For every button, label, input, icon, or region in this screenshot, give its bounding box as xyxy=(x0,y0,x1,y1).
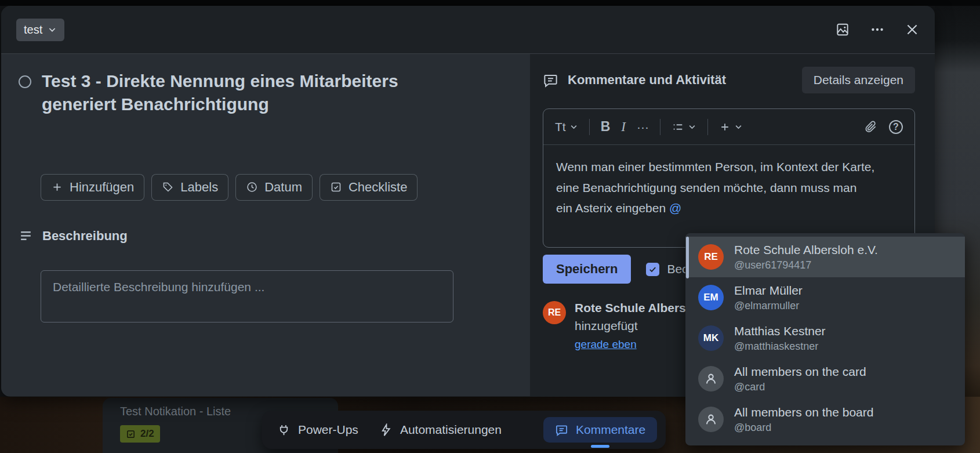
comment-input[interactable]: Wenn man einer bestimmten Person, im Kon… xyxy=(543,145,914,230)
watch-checkbox[interactable] xyxy=(646,263,659,276)
mention-trigger: @ xyxy=(669,201,681,215)
check-icon xyxy=(648,265,657,274)
chevron-down-icon xyxy=(48,25,57,34)
checklist-badge-count: 2/2 xyxy=(140,428,154,440)
card-bottom-toolbar: Power-Ups Automatisierungen Kommentare xyxy=(262,411,666,449)
checklist-button[interactable]: Checkliste xyxy=(320,174,418,201)
comment-editor: Tt B I ··· xyxy=(543,108,915,248)
checklist-button-label: Checkliste xyxy=(349,180,407,195)
align-left-icon xyxy=(19,229,33,243)
plug-icon xyxy=(277,423,291,437)
overflow-menu-icon[interactable] xyxy=(870,22,885,37)
editor-toolbar: Tt B I ··· xyxy=(543,109,914,145)
person-icon xyxy=(698,407,724,432)
mention-option-user[interactable]: RE Rote Schule Albersloh e.V. @user61794… xyxy=(685,237,965,277)
comment-line: eine Benachrichtigung senden möchte, dan… xyxy=(556,177,902,198)
avatar: RE xyxy=(543,301,566,324)
list-style-button[interactable] xyxy=(672,121,696,133)
save-comment-button[interactable]: Speichern xyxy=(543,255,631,284)
mention-name: All members on the card xyxy=(734,365,866,379)
automations-label: Automatisierungen xyxy=(400,423,502,437)
mention-handle: @elmarmuller xyxy=(734,300,803,312)
description-input[interactable] xyxy=(41,270,453,322)
bullet-list-icon xyxy=(672,121,684,133)
attachment-icon[interactable] xyxy=(864,120,877,133)
card-title[interactable]: Test 3 - Direkte Nennung eines Mitarbeit… xyxy=(42,70,477,116)
comment-line: ein Asterix eingeben @ xyxy=(556,198,902,219)
screen: Test Notikation - Liste 2/2 test xyxy=(0,0,980,453)
toolbar-divider xyxy=(707,119,708,135)
comments-tab-label: Kommentare xyxy=(576,423,645,437)
cover-image-icon[interactable] xyxy=(835,22,850,37)
avatar: RE xyxy=(698,244,724,270)
tag-icon xyxy=(162,181,174,193)
checklist-badge: 2/2 xyxy=(120,425,160,443)
power-ups-label: Power-Ups xyxy=(298,423,358,437)
mention-dropdown: RE Rote Schule Albersloh e.V. @user61794… xyxy=(685,233,965,445)
dropdown-scrollbar-thumb[interactable] xyxy=(686,237,689,278)
bold-button[interactable]: B xyxy=(601,119,611,135)
chevron-down-icon xyxy=(734,122,743,131)
description-heading: Beschreibung xyxy=(42,229,128,244)
mention-name: Rote Schule Albersloh e.V. xyxy=(734,243,878,257)
mention-option-board-members[interactable]: All members on the board @board xyxy=(685,399,965,440)
mention-option-card-members[interactable]: All members on the card @card xyxy=(685,358,965,399)
add-button[interactable]: Hinzufügen xyxy=(41,174,144,201)
mention-handle: @matthiaskestner xyxy=(734,340,826,353)
avatar: EM xyxy=(698,285,724,310)
toolbar-divider xyxy=(660,119,660,135)
plus-icon xyxy=(719,121,731,133)
text-style-button[interactable]: Tt xyxy=(555,120,578,134)
comment-line: Wenn man einer bestimmten Person, im Kon… xyxy=(556,157,902,177)
text-style-label: Tt xyxy=(555,120,566,134)
labels-button-label: Labels xyxy=(180,180,218,195)
toolbar-divider xyxy=(589,119,590,135)
person-icon xyxy=(698,366,724,392)
insert-button[interactable] xyxy=(719,121,743,133)
show-details-button[interactable]: Details anzeigen xyxy=(802,67,915,93)
mention-option-user[interactable]: EM Elmar Müller @elmarmuller xyxy=(685,277,965,318)
labels-button[interactable]: Labels xyxy=(151,174,228,201)
comments-tab-button[interactable]: Kommentare xyxy=(543,417,657,443)
automations-button[interactable]: Automatisierungen xyxy=(379,423,502,437)
close-icon[interactable] xyxy=(905,22,920,37)
card-details-pane: Test 3 - Direkte Nennung eines Mitarbeit… xyxy=(1,54,530,396)
chevron-down-icon xyxy=(688,122,696,131)
checklist-icon xyxy=(330,181,342,193)
mention-handle: @card xyxy=(734,381,866,393)
card-complete-toggle-icon[interactable] xyxy=(19,75,31,88)
power-ups-button[interactable]: Power-Ups xyxy=(277,423,358,437)
plus-icon xyxy=(51,181,63,193)
activity-timestamp-link[interactable]: gerade eben xyxy=(575,338,637,351)
chevron-down-icon xyxy=(569,122,578,131)
date-button-label: Datum xyxy=(264,180,302,195)
mention-option-user[interactable]: MK Matthias Kestner @matthiaskestner xyxy=(685,318,965,358)
card-actions-row: Hinzufügen Labels Datum Checkliste xyxy=(41,174,530,201)
more-formatting-button[interactable]: ··· xyxy=(637,120,649,134)
mention-name: Elmar Müller xyxy=(734,284,803,298)
list-selector-label: test xyxy=(24,23,42,37)
date-button[interactable]: Datum xyxy=(235,174,313,201)
lightning-icon xyxy=(379,423,393,437)
comment-icon xyxy=(543,73,558,88)
comment-icon xyxy=(555,423,568,437)
mention-handle: @user61794417 xyxy=(734,259,878,271)
clock-icon xyxy=(246,181,258,193)
board-backdrop-top xyxy=(0,0,980,6)
editor-help-button[interactable]: ? xyxy=(889,120,903,134)
list-selector-button[interactable]: test xyxy=(16,19,64,41)
add-button-label: Hinzufügen xyxy=(70,180,134,195)
checkbox-check-icon xyxy=(126,429,136,439)
avatar: MK xyxy=(698,325,724,351)
mention-name: All members on the board xyxy=(734,405,873,419)
comments-panel-title: Kommentare und Aktivität xyxy=(568,73,726,88)
mention-name: Matthias Kestner xyxy=(734,324,826,338)
card-modal-header: test xyxy=(1,6,935,54)
mention-handle: @board xyxy=(734,422,873,434)
italic-button[interactable]: I xyxy=(621,119,626,135)
